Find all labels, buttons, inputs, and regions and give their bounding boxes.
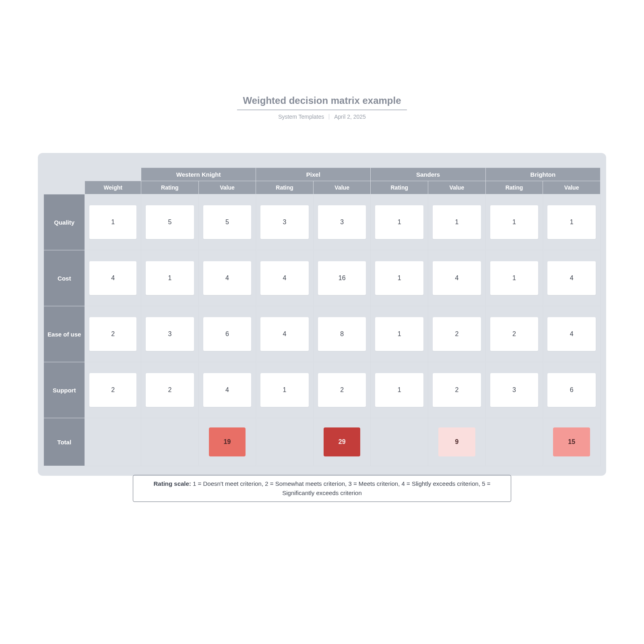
cell-value: 2 — [146, 373, 194, 407]
cell-value: 1 — [547, 205, 596, 239]
criterion-row: Ease of use 2 3 6 4 8 1 2 2 4 — [44, 306, 601, 362]
cell-value: 5 — [146, 205, 194, 239]
value-cell: 2 — [428, 306, 486, 362]
rating-cell: 1 — [371, 250, 428, 306]
cell-value: 4 — [433, 261, 481, 295]
total-cell-empty — [85, 418, 141, 466]
value-cell: 1 — [543, 194, 601, 250]
cell-value: 4 — [547, 317, 596, 351]
cell-value: 16 — [318, 261, 366, 295]
criterion-label: Cost — [44, 250, 85, 306]
cell-value: 1 — [490, 205, 539, 239]
decision-matrix-table: Western Knight Pixel Sanders Brighton We… — [43, 167, 601, 466]
cell-value: 5 — [203, 205, 252, 239]
criterion-row: Quality 1 5 5 3 3 1 1 1 1 — [44, 194, 601, 250]
rating-cell: 3 — [485, 362, 543, 418]
weight-cell: 2 — [85, 362, 141, 418]
rating-cell: 3 — [141, 306, 199, 362]
criterion-row: Support 2 2 4 1 2 1 2 3 6 — [44, 362, 601, 418]
value-cell: 4 — [198, 250, 256, 306]
cell-value: 8 — [318, 317, 366, 351]
total-cell: 9 — [428, 418, 486, 466]
rating-cell: 1 — [485, 250, 543, 306]
rating-cell: 1 — [371, 194, 428, 250]
value-cell: 3 — [313, 194, 371, 250]
diagram-subline: System Templates April 2, 2025 — [278, 114, 366, 120]
rating-header: Rating — [485, 181, 543, 194]
value-cell: 6 — [543, 362, 601, 418]
value-header: Value — [543, 181, 601, 194]
total-cell: 29 — [313, 418, 371, 466]
rating-cell: 1 — [485, 194, 543, 250]
cell-value: 4 — [547, 261, 596, 295]
total-cell-empty — [371, 418, 428, 466]
cell-value: 1 — [375, 373, 423, 407]
total-cell-empty — [485, 418, 543, 466]
total-label: Total — [44, 418, 85, 466]
option-header: Pixel — [256, 168, 371, 181]
legend-text: 1 = Doesn't meet criterion, 2 = Somewhat… — [191, 480, 491, 496]
cell-value: 3 — [146, 317, 194, 351]
diagram-date: April 2, 2025 — [334, 114, 366, 120]
cell-value: 4 — [203, 373, 252, 407]
rating-cell: 3 — [256, 194, 314, 250]
value-cell: 4 — [198, 362, 256, 418]
cell-value: 2 — [490, 317, 539, 351]
value-cell: 4 — [543, 306, 601, 362]
total-value: 29 — [324, 427, 361, 456]
total-value: 19 — [209, 427, 246, 456]
diagram-title: Weighted decision matrix example — [237, 93, 407, 110]
cell-value: 1 — [375, 317, 423, 351]
rating-header: Rating — [256, 181, 314, 194]
rating-cell: 2 — [141, 362, 199, 418]
weight-header: Weight — [85, 181, 141, 194]
cell-value: 1 — [375, 205, 423, 239]
total-cell-empty — [141, 418, 199, 466]
criterion-label: Ease of use — [44, 306, 85, 362]
value-cell: 16 — [313, 250, 371, 306]
total-cell: 19 — [198, 418, 256, 466]
rating-cell: 2 — [485, 306, 543, 362]
total-value: 15 — [553, 427, 590, 456]
value-cell: 1 — [428, 194, 486, 250]
weight-cell: 4 — [85, 250, 141, 306]
cell-value: 3 — [260, 205, 309, 239]
weight-cell: 1 — [85, 194, 141, 250]
value-cell: 6 — [198, 306, 256, 362]
author-name: System Templates — [278, 114, 324, 120]
cell-value: 3 — [490, 373, 539, 407]
total-cell: 15 — [543, 418, 601, 466]
value-cell: 2 — [313, 362, 371, 418]
cell-value: 1 — [89, 205, 136, 239]
total-cell-empty — [256, 418, 314, 466]
rating-cell: 4 — [256, 250, 314, 306]
value-cell: 4 — [428, 250, 486, 306]
blank-header-cell — [44, 181, 85, 194]
cell-value: 4 — [260, 317, 309, 351]
cell-value: 6 — [203, 317, 252, 351]
criterion-row: Cost 4 1 4 4 16 1 4 1 4 — [44, 250, 601, 306]
matrix-board: Western Knight Pixel Sanders Brighton We… — [38, 153, 606, 476]
cell-value: 6 — [547, 373, 596, 407]
cell-value: 2 — [89, 317, 136, 351]
cell-value: 1 — [375, 261, 423, 295]
rating-cell: 1 — [256, 362, 314, 418]
divider-icon — [329, 114, 329, 120]
blank-header-cell — [44, 168, 141, 181]
cell-value: 4 — [203, 261, 252, 295]
cell-value: 1 — [433, 205, 481, 239]
value-cell: 8 — [313, 306, 371, 362]
totals-row: Total 19 29 9 15 — [44, 418, 601, 466]
value-header: Value — [198, 181, 256, 194]
option-header: Western Knight — [141, 168, 256, 181]
option-header-row: Western Knight Pixel Sanders Brighton — [44, 168, 601, 181]
cell-value: 4 — [89, 261, 136, 295]
total-value: 9 — [438, 427, 475, 456]
criterion-label: Support — [44, 362, 85, 418]
rating-cell: 5 — [141, 194, 199, 250]
diagram-header: Weighted decision matrix example System … — [0, 93, 644, 120]
cell-value: 3 — [318, 205, 366, 239]
cell-value: 2 — [433, 373, 481, 407]
cell-value: 1 — [146, 261, 194, 295]
value-header: Value — [428, 181, 486, 194]
